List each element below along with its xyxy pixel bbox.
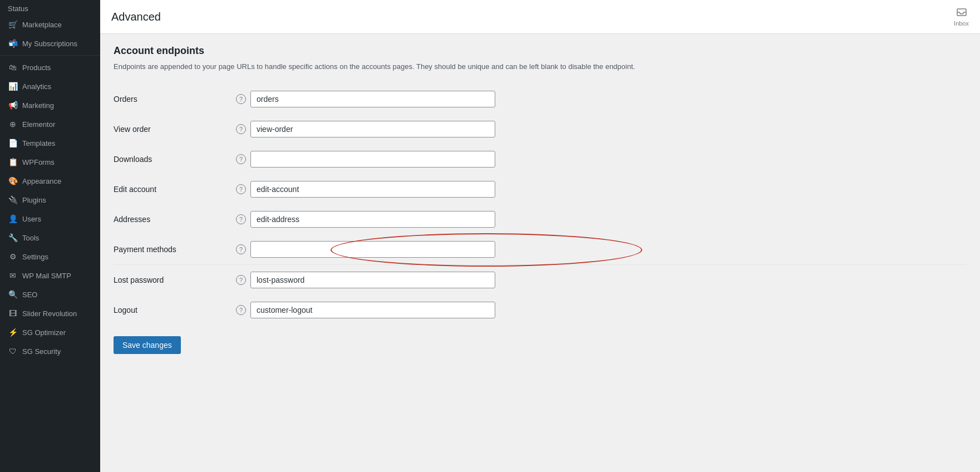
input-logout[interactable] <box>250 302 495 318</box>
sidebar-item-templates[interactable]: 📄 Templates <box>0 134 100 153</box>
sidebar-item-label: Templates <box>22 139 55 148</box>
slider-revolution-icon: 🎞 <box>8 308 18 318</box>
settings-icon: ⚙ <box>8 252 18 262</box>
form-row-addresses: Addresses? <box>114 204 967 234</box>
form-row-edit-account: Edit account? <box>114 174 967 204</box>
sidebar: Status 🛒 Marketplace 📬 My Subscriptions … <box>0 0 100 472</box>
inbox-button[interactable]: Inbox <box>954 7 969 27</box>
control-wrap-lost-password: ? <box>236 272 967 288</box>
control-wrap-orders: ? <box>236 91 967 107</box>
sidebar-item-label: My Subscriptions <box>22 40 77 48</box>
sidebar-status[interactable]: Status <box>0 0 100 15</box>
sidebar-item-label: Plugins <box>22 196 46 204</box>
form-row-view-order: View order? <box>114 114 967 144</box>
input-view-order[interactable] <box>250 121 495 137</box>
sidebar-item-seo[interactable]: 🔍 SEO <box>0 285 100 304</box>
users-icon: 👤 <box>8 214 18 224</box>
sidebar-item-tools[interactable]: 🔧 Tools <box>0 228 100 247</box>
field-wrap-addresses: Addresses? <box>114 204 967 234</box>
save-changes-button[interactable]: Save changes <box>114 336 181 354</box>
section-title: Account endpoints <box>114 45 967 57</box>
sidebar-item-label: Appearance <box>22 177 61 185</box>
form-row-downloads: Downloads? <box>114 144 967 174</box>
page-header: Advanced Inbox <box>100 0 980 34</box>
sidebar-item-label: Analytics <box>22 82 51 91</box>
sidebar-item-sg-security[interactable]: 🛡 SG Security <box>0 342 100 361</box>
sidebar-item-marketplace[interactable]: 🛒 Marketplace <box>0 15 100 34</box>
help-icon-edit-account[interactable]: ? <box>236 184 246 194</box>
page-title: Advanced <box>111 11 161 23</box>
input-lost-password[interactable] <box>250 272 495 288</box>
form-row-lost-password: Lost password? <box>114 265 967 295</box>
sg-security-icon: 🛡 <box>8 346 18 356</box>
sidebar-item-sg-optimizer[interactable]: ⚡ SG Optimizer <box>0 323 100 342</box>
sidebar-item-wp-mail-smtp[interactable]: ✉ WP Mail SMTP <box>0 266 100 285</box>
sidebar-item-elementor[interactable]: ⊕ Elementor <box>0 115 100 134</box>
input-addresses[interactable] <box>250 211 495 228</box>
sidebar-item-plugins[interactable]: 🔌 Plugins <box>0 190 100 209</box>
input-payment-methods[interactable] <box>250 241 495 258</box>
sidebar-item-products[interactable]: 🛍 Products <box>0 58 100 77</box>
sidebar-item-label: Users <box>22 215 41 223</box>
tools-icon: 🔧 <box>8 233 18 243</box>
help-icon-lost-password[interactable]: ? <box>236 275 246 285</box>
label-downloads: Downloads <box>114 155 236 164</box>
main-area: Advanced Inbox Account endpoints Endpoin… <box>100 0 980 472</box>
sidebar-item-analytics[interactable]: 📊 Analytics <box>0 77 100 96</box>
sidebar-item-label: Slider Revolution <box>22 309 77 318</box>
help-icon-orders[interactable]: ? <box>236 94 246 104</box>
sidebar-item-wpforms[interactable]: 📋 WPForms <box>0 153 100 171</box>
inbox-label: Inbox <box>954 20 969 27</box>
sidebar-item-label: SEO <box>22 291 37 299</box>
input-downloads[interactable] <box>250 151 495 168</box>
input-orders[interactable] <box>250 91 495 107</box>
form-row-payment-methods: Payment methods? <box>114 234 967 265</box>
sidebar-item-slider-revolution[interactable]: 🎞 Slider Revolution <box>0 304 100 323</box>
seo-icon: 🔍 <box>8 289 18 299</box>
sidebar-item-label: Elementor <box>22 120 55 129</box>
field-wrap-orders: Orders? <box>114 84 967 114</box>
wpforms-icon: 📋 <box>8 157 18 167</box>
help-icon-view-order[interactable]: ? <box>236 124 246 134</box>
sidebar-item-appearance[interactable]: 🎨 Appearance <box>0 171 100 190</box>
sidebar-item-label: Tools <box>22 234 39 242</box>
control-wrap-logout: ? <box>236 302 967 318</box>
plugins-icon: 🔌 <box>8 195 18 205</box>
field-wrap-logout: Logout? <box>114 295 967 325</box>
content-area: Account endpoints Endpoints are appended… <box>100 34 980 472</box>
sidebar-item-my-subscriptions[interactable]: 📬 My Subscriptions <box>0 34 100 53</box>
sidebar-item-label: Settings <box>22 253 48 261</box>
sidebar-item-settings[interactable]: ⚙ Settings <box>0 247 100 266</box>
form-row-orders: Orders? <box>114 84 967 114</box>
sidebar-item-label: SG Security <box>22 347 61 356</box>
field-wrap-view-order: View order? <box>114 114 967 144</box>
help-icon-addresses[interactable]: ? <box>236 214 246 224</box>
control-wrap-addresses: ? <box>236 211 967 228</box>
appearance-icon: 🎨 <box>8 176 18 186</box>
sidebar-item-label: Marketing <box>22 101 54 110</box>
analytics-icon: 📊 <box>8 81 18 91</box>
control-wrap-downloads: ? <box>236 151 967 168</box>
fields-container: Orders?View order?Downloads?Edit account… <box>114 84 967 325</box>
field-wrap-payment-methods: Payment methods? <box>114 234 967 265</box>
sidebar-item-marketing[interactable]: 📢 Marketing <box>0 96 100 115</box>
label-orders: Orders <box>114 95 236 104</box>
products-icon: 🛍 <box>8 62 18 72</box>
label-payment-methods: Payment methods <box>114 245 236 254</box>
sidebar-item-users[interactable]: 👤 Users <box>0 209 100 228</box>
field-wrap-downloads: Downloads? <box>114 144 967 174</box>
subscriptions-icon: 📬 <box>8 38 18 48</box>
help-icon-downloads[interactable]: ? <box>236 154 246 164</box>
templates-icon: 📄 <box>8 138 18 148</box>
sidebar-item-label: Products <box>22 63 51 72</box>
elementor-icon: ⊕ <box>8 119 18 129</box>
help-icon-logout[interactable]: ? <box>236 305 246 315</box>
help-icon-payment-methods[interactable]: ? <box>236 244 246 254</box>
section-description: Endpoints are appended to your page URLs… <box>114 62 670 71</box>
sg-optimizer-icon: ⚡ <box>8 327 18 337</box>
field-wrap-edit-account: Edit account? <box>114 174 967 204</box>
input-edit-account[interactable] <box>250 181 495 198</box>
wp-mail-smtp-icon: ✉ <box>8 271 18 281</box>
inbox-icon <box>956 7 967 18</box>
sidebar-item-label: Marketplace <box>22 21 62 29</box>
